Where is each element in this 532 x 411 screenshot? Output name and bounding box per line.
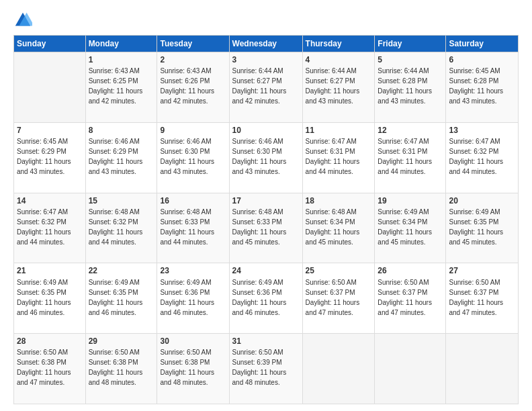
day-info: Sunrise: 6:47 AMSunset: 6:31 PMDaylight:… [378, 138, 432, 175]
header [13, 11, 519, 30]
day-info: Sunrise: 6:45 AMSunset: 6:29 PMDaylight:… [17, 138, 71, 175]
day-number: 8 [89, 125, 154, 136]
day-header-friday: Friday [375, 36, 446, 52]
day-header-thursday: Thursday [302, 36, 375, 52]
logo [13, 11, 35, 30]
day-number: 27 [449, 265, 515, 276]
day-number: 26 [378, 265, 443, 276]
day-number: 9 [160, 125, 226, 136]
calendar-week-row: 21Sunrise: 6:49 AMSunset: 6:35 PMDayligh… [14, 263, 519, 334]
calendar-table: SundayMondayTuesdayWednesdayThursdayFrid… [13, 35, 519, 404]
calendar-cell: 28Sunrise: 6:50 AMSunset: 6:38 PMDayligh… [14, 334, 86, 404]
calendar-week-row: 7Sunrise: 6:45 AMSunset: 6:29 PMDaylight… [14, 122, 519, 193]
calendar-week-row: 1Sunrise: 6:43 AMSunset: 6:25 PMDaylight… [14, 52, 519, 123]
day-number: 31 [232, 336, 300, 347]
calendar-cell: 15Sunrise: 6:48 AMSunset: 6:32 PMDayligh… [85, 193, 157, 263]
day-info: Sunrise: 6:50 AMSunset: 6:38 PMDaylight:… [17, 349, 71, 386]
day-info: Sunrise: 6:50 AMSunset: 6:39 PMDaylight:… [232, 349, 287, 386]
calendar-cell: 27Sunrise: 6:50 AMSunset: 6:37 PMDayligh… [446, 263, 519, 334]
day-info: Sunrise: 6:50 AMSunset: 6:37 PMDaylight:… [306, 279, 360, 316]
day-info: Sunrise: 6:47 AMSunset: 6:32 PMDaylight:… [449, 138, 503, 175]
calendar-cell: 26Sunrise: 6:50 AMSunset: 6:37 PMDayligh… [375, 263, 446, 334]
day-info: Sunrise: 6:43 AMSunset: 6:26 PMDaylight:… [160, 67, 214, 105]
day-info: Sunrise: 6:49 AMSunset: 6:35 PMDaylight:… [449, 208, 503, 246]
calendar-cell [14, 52, 86, 123]
day-number: 6 [449, 54, 515, 65]
day-info: Sunrise: 6:50 AMSunset: 6:38 PMDaylight:… [160, 349, 214, 386]
calendar-cell: 7Sunrise: 6:45 AMSunset: 6:29 PMDaylight… [14, 122, 86, 193]
calendar-cell: 24Sunrise: 6:49 AMSunset: 6:36 PMDayligh… [229, 263, 302, 334]
calendar-header-row: SundayMondayTuesdayWednesdayThursdayFrid… [14, 36, 519, 52]
day-number: 19 [378, 195, 443, 206]
day-header-tuesday: Tuesday [157, 36, 229, 52]
day-header-monday: Monday [85, 36, 157, 52]
day-number: 3 [232, 54, 300, 65]
calendar-cell: 25Sunrise: 6:50 AMSunset: 6:37 PMDayligh… [302, 263, 375, 334]
day-info: Sunrise: 6:45 AMSunset: 6:28 PMDaylight:… [449, 67, 503, 105]
day-number: 1 [89, 54, 154, 65]
calendar-cell: 10Sunrise: 6:46 AMSunset: 6:30 PMDayligh… [229, 122, 302, 193]
calendar-week-row: 14Sunrise: 6:47 AMSunset: 6:32 PMDayligh… [14, 193, 519, 263]
calendar-cell: 31Sunrise: 6:50 AMSunset: 6:39 PMDayligh… [229, 334, 302, 404]
day-number: 21 [17, 265, 83, 276]
calendar-cell: 12Sunrise: 6:47 AMSunset: 6:31 PMDayligh… [375, 122, 446, 193]
day-info: Sunrise: 6:44 AMSunset: 6:27 PMDaylight:… [232, 67, 287, 105]
day-number: 14 [17, 195, 83, 206]
calendar-cell: 22Sunrise: 6:49 AMSunset: 6:35 PMDayligh… [85, 263, 157, 334]
day-number: 12 [378, 125, 443, 136]
calendar-cell: 13Sunrise: 6:47 AMSunset: 6:32 PMDayligh… [446, 122, 519, 193]
day-info: Sunrise: 6:44 AMSunset: 6:28 PMDaylight:… [378, 67, 432, 105]
day-info: Sunrise: 6:46 AMSunset: 6:29 PMDaylight:… [89, 138, 143, 175]
day-number: 5 [378, 54, 443, 65]
day-number: 28 [17, 336, 83, 347]
day-number: 29 [89, 336, 154, 347]
day-info: Sunrise: 6:46 AMSunset: 6:30 PMDaylight:… [160, 138, 214, 175]
day-number: 18 [306, 195, 372, 206]
day-number: 11 [306, 125, 372, 136]
day-number: 4 [306, 54, 372, 65]
day-info: Sunrise: 6:44 AMSunset: 6:27 PMDaylight:… [306, 67, 360, 105]
calendar-cell: 4Sunrise: 6:44 AMSunset: 6:27 PMDaylight… [302, 52, 375, 123]
calendar-cell: 1Sunrise: 6:43 AMSunset: 6:25 PMDaylight… [85, 52, 157, 123]
calendar-cell: 21Sunrise: 6:49 AMSunset: 6:35 PMDayligh… [14, 263, 86, 334]
day-number: 23 [160, 265, 226, 276]
day-info: Sunrise: 6:43 AMSunset: 6:25 PMDaylight:… [89, 67, 143, 105]
day-info: Sunrise: 6:49 AMSunset: 6:36 PMDaylight:… [232, 279, 287, 316]
day-number: 2 [160, 54, 226, 65]
calendar-cell: 9Sunrise: 6:46 AMSunset: 6:30 PMDaylight… [157, 122, 229, 193]
calendar-cell: 5Sunrise: 6:44 AMSunset: 6:28 PMDaylight… [375, 52, 446, 123]
calendar-cell: 17Sunrise: 6:48 AMSunset: 6:33 PMDayligh… [229, 193, 302, 263]
day-info: Sunrise: 6:48 AMSunset: 6:33 PMDaylight:… [160, 208, 214, 246]
calendar-week-row: 28Sunrise: 6:50 AMSunset: 6:38 PMDayligh… [14, 334, 519, 404]
day-number: 30 [160, 336, 226, 347]
calendar-cell [375, 334, 446, 404]
calendar-cell: 8Sunrise: 6:46 AMSunset: 6:29 PMDaylight… [85, 122, 157, 193]
day-info: Sunrise: 6:50 AMSunset: 6:38 PMDaylight:… [89, 349, 143, 386]
day-info: Sunrise: 6:50 AMSunset: 6:37 PMDaylight:… [378, 279, 432, 316]
day-info: Sunrise: 6:48 AMSunset: 6:34 PMDaylight:… [306, 208, 360, 246]
calendar-cell: 2Sunrise: 6:43 AMSunset: 6:26 PMDaylight… [157, 52, 229, 123]
day-header-saturday: Saturday [446, 36, 519, 52]
day-info: Sunrise: 6:49 AMSunset: 6:35 PMDaylight:… [17, 279, 71, 316]
calendar-cell: 29Sunrise: 6:50 AMSunset: 6:38 PMDayligh… [85, 334, 157, 404]
day-info: Sunrise: 6:48 AMSunset: 6:32 PMDaylight:… [89, 208, 143, 246]
calendar-cell: 11Sunrise: 6:47 AMSunset: 6:31 PMDayligh… [302, 122, 375, 193]
day-number: 15 [89, 195, 154, 206]
calendar-cell: 16Sunrise: 6:48 AMSunset: 6:33 PMDayligh… [157, 193, 229, 263]
day-number: 10 [232, 125, 300, 136]
calendar-cell [302, 334, 375, 404]
calendar-cell: 30Sunrise: 6:50 AMSunset: 6:38 PMDayligh… [157, 334, 229, 404]
day-number: 17 [232, 195, 300, 206]
day-number: 20 [449, 195, 515, 206]
day-header-wednesday: Wednesday [229, 36, 302, 52]
day-number: 22 [89, 265, 154, 276]
calendar-cell: 20Sunrise: 6:49 AMSunset: 6:35 PMDayligh… [446, 193, 519, 263]
page: SundayMondayTuesdayWednesdayThursdayFrid… [0, 0, 532, 411]
logo-icon [13, 11, 32, 30]
day-header-sunday: Sunday [14, 36, 86, 52]
day-info: Sunrise: 6:47 AMSunset: 6:31 PMDaylight:… [306, 138, 360, 175]
day-number: 7 [17, 125, 83, 136]
calendar-cell: 19Sunrise: 6:49 AMSunset: 6:34 PMDayligh… [375, 193, 446, 263]
day-info: Sunrise: 6:48 AMSunset: 6:33 PMDaylight:… [232, 208, 287, 246]
day-number: 24 [232, 265, 300, 276]
